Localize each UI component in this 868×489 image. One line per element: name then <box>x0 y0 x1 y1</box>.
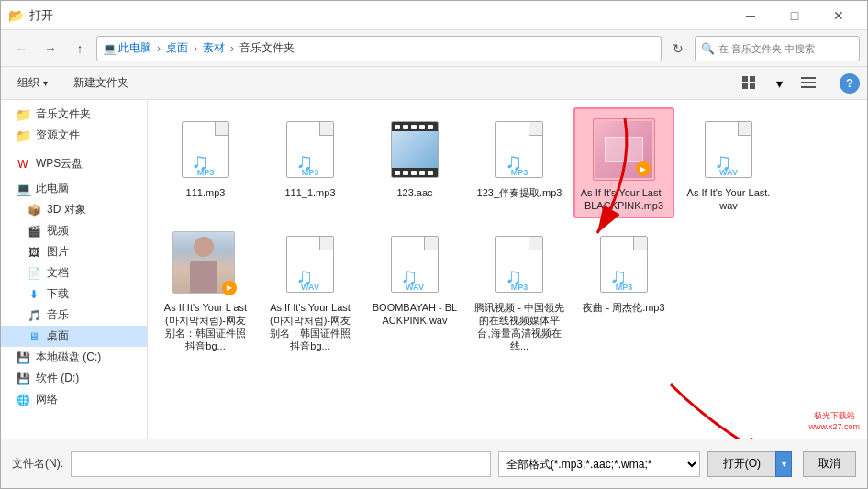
file-item-boombayah[interactable]: ♫ WAV BOOMBAYAH - BLACKPINK.wav <box>364 222 465 359</box>
toolbar: ← → ↑ 💻 此电脑 › 桌面 › 素材 › 音乐文件夹 ↻ 🔍 <box>1 30 867 67</box>
main-content: 📁 音乐文件夹 📁 资源文件 W WPS云盘 💻 此电脑 📦 3D 对象 <box>1 100 867 439</box>
file-icon-photo: ▶ <box>172 231 239 297</box>
back-button[interactable]: ← <box>8 36 34 61</box>
sidebar-item-videos[interactable]: 🎬 视频 <box>1 220 147 241</box>
sidebar-item-pictures[interactable]: 🖼 图片 <box>1 241 147 262</box>
file-item-123aac[interactable]: 123.aac <box>364 107 465 218</box>
breadcrumb-sep1: › <box>157 42 161 55</box>
sidebar-item-local-c[interactable]: 💾 本地磁盘 (C:) <box>1 347 147 368</box>
breadcrumb-thispc[interactable]: 💻 此电脑 <box>103 40 151 56</box>
minimize-button[interactable]: ─ <box>729 1 772 30</box>
file-icon-123aac <box>382 117 448 183</box>
svg-rect-0 <box>742 76 748 82</box>
title-bar: 📂 打开 ─ □ ✕ <box>1 1 867 30</box>
file-icon-111_1mp3: ♫ MP3 <box>277 117 343 183</box>
svg-rect-3 <box>750 83 755 89</box>
title-bar-left: 📂 打开 <box>8 7 53 24</box>
network-icon: 🌐 <box>16 393 30 407</box>
disk-d-icon: 💾 <box>16 372 30 386</box>
file-item-banzou[interactable]: ♫ MP3 123_伴奏提取.mp3 <box>469 107 570 218</box>
sidebar-item-resources[interactable]: 📁 资源文件 <box>1 125 147 146</box>
open-button[interactable]: 打开(O) <box>707 451 775 477</box>
cancel-button[interactable]: 取消 <box>803 451 856 477</box>
file-label-boombayah: BOOMBAYAH - BLACKPINK.wav <box>370 301 460 328</box>
sidebar-item-music[interactable]: 🎵 音乐 <box>1 305 147 326</box>
desktop-icon: 🖥 <box>27 329 41 344</box>
svg-rect-6 <box>801 86 816 88</box>
window-title: 打开 <box>29 7 53 24</box>
sidebar-item-3d[interactable]: 📦 3D 对象 <box>1 199 147 220</box>
picture-icon: 🖼 <box>27 245 41 260</box>
filename-input[interactable] <box>71 451 491 477</box>
help-button[interactable]: ? <box>840 73 860 94</box>
sidebar-item-software-d[interactable]: 💾 软件 (D:) <box>1 368 147 389</box>
sidebar-item-downloads[interactable]: ⬇ 下载 <box>1 283 147 305</box>
address-bar[interactable]: 💻 此电脑 › 桌面 › 素材 › 音乐文件夹 <box>96 36 662 61</box>
file-label-asif-album: As If It's Your Last - BLACKPINK.mp3 <box>579 186 669 213</box>
svg-rect-5 <box>801 82 816 83</box>
file-item-asif-wav2[interactable]: ♫ WAV As If It's Your Last(마지막처럼)-网友别名：韩… <box>260 222 361 359</box>
file-label-photo: As If It's Your L ast(마지막처럼)-网友别名：韩国证件照抖… <box>161 301 250 353</box>
sidebar-item-network[interactable]: 🌐 网络 <box>1 389 147 410</box>
file-item-asif-album[interactable]: ▶ As If It's Your Last - BLACKPINK.mp3 <box>573 107 674 218</box>
search-box[interactable]: 🔍 <box>695 36 860 61</box>
folder-icon: 📁 <box>16 128 30 143</box>
sidebar-item-desktop[interactable]: 🖥 桌面 <box>1 326 147 347</box>
file-label-banzou: 123_伴奏提取.mp3 <box>477 186 562 199</box>
file-item-asif-wav[interactable]: ♫ WAV As If It's Your Last.wav <box>678 107 779 218</box>
close-button[interactable]: ✕ <box>818 1 860 30</box>
organize-arrow: ▾ <box>43 78 48 88</box>
svg-rect-2 <box>742 83 748 89</box>
new-folder-button[interactable]: 新建文件夹 <box>64 72 138 95</box>
file-item-photo[interactable]: ▶ As If It's Your L ast(마지막처럼)-网友别名：韩国证件… <box>155 222 256 359</box>
breadcrumb-current: 音乐文件夹 <box>239 40 295 56</box>
forward-button[interactable]: → <box>38 36 63 61</box>
file-icon-111mp3: ♫ MP3 <box>172 117 239 183</box>
view-controls: ▾ ? <box>737 72 860 95</box>
file-item-yequ[interactable]: ♫ MP3 夜曲 - 周杰伦.mp3 <box>573 222 674 359</box>
computer-icon: 💻 <box>16 182 30 196</box>
maximize-button[interactable]: □ <box>773 1 816 30</box>
view-grid-button[interactable] <box>737 72 762 95</box>
bottom-bar: 文件名(N): 全部格式(*.mp3;*.aac;*.wma;* 打开(O) ▾… <box>1 439 867 488</box>
file-label-asif-wav2: As If It's Your Last(마지막처럼)-网友别名：韩国证件照抖音… <box>265 301 355 353</box>
file-item-111mp3[interactable]: ♫ MP3 111.mp3 <box>155 107 256 218</box>
file-icon-boombayah: ♫ WAV <box>382 231 448 297</box>
breadcrumb-materials[interactable]: 素材 <box>203 40 225 56</box>
sidebar-item-music-folder[interactable]: 📁 音乐文件夹 <box>1 104 147 125</box>
search-icon: 🔍 <box>701 42 715 55</box>
file-icon-tencent: ♫ MP3 <box>486 231 552 297</box>
breadcrumb-desktop[interactable]: 桌面 <box>166 40 188 56</box>
3d-icon: 📦 <box>27 203 41 217</box>
file-label-111_1mp3: 111_1.mp3 <box>284 186 335 199</box>
svg-rect-4 <box>801 77 816 79</box>
file-icon-asif-album: ▶ <box>591 117 657 183</box>
file-item-tencent[interactable]: ♫ MP3 腾讯视频 - 中国领先的在线视频媒体平台,海量高清视频在线... <box>469 222 570 359</box>
view-list-button[interactable] <box>796 72 821 95</box>
video-icon: 🎬 <box>27 224 41 239</box>
file-label-111mp3: 111.mp3 <box>186 186 226 199</box>
view-dropdown-button[interactable]: ▾ <box>766 72 792 95</box>
file-area-container: ♫ MP3 111.mp3 ♫ <box>148 100 867 439</box>
breadcrumb-sep2: › <box>194 42 197 55</box>
open-button-group: 打开(O) ▾ <box>707 451 792 477</box>
organize-button[interactable]: 组织 ▾ <box>8 72 57 95</box>
file-label-yequ: 夜曲 - 周杰伦.mp3 <box>583 301 664 314</box>
search-input[interactable] <box>718 43 847 54</box>
wps-icon: W <box>16 157 30 172</box>
folder-icon: 📁 <box>16 107 30 122</box>
file-icon-asif-wav2: ♫ WAV <box>277 231 343 297</box>
open-dropdown-button[interactable]: ▾ <box>775 451 792 477</box>
file-grid: ♫ MP3 111.mp3 ♫ <box>155 107 860 359</box>
filetype-select[interactable]: 全部格式(*.mp3;*.aac;*.wma;* <box>498 451 700 477</box>
refresh-button[interactable]: ↻ <box>665 36 691 61</box>
sidebar-item-thispc[interactable]: 💻 此电脑 <box>1 178 147 199</box>
sidebar-item-documents[interactable]: 📄 文档 <box>1 262 147 283</box>
file-item-111_1mp3[interactable]: ♫ MP3 111_1.mp3 <box>260 107 361 218</box>
file-label-asif-wav: As If It's Your Last.wav <box>684 186 773 213</box>
music-icon: 🎵 <box>27 308 41 323</box>
sidebar-item-wps[interactable]: W WPS云盘 <box>1 153 147 174</box>
up-button[interactable]: ↑ <box>67 36 93 61</box>
download-icon: ⬇ <box>27 287 41 302</box>
sidebar: 📁 音乐文件夹 📁 资源文件 W WPS云盘 💻 此电脑 📦 3D 对象 <box>1 100 148 439</box>
